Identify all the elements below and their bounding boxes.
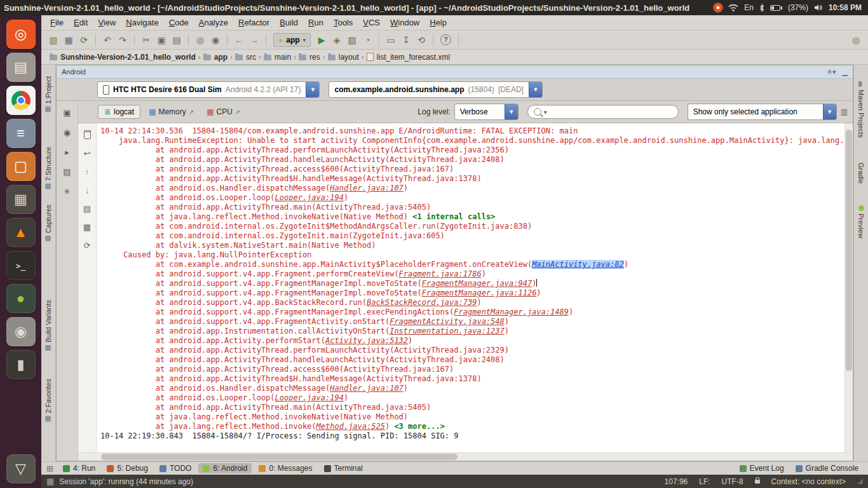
launcher-media-player[interactable]: ▮: [6, 350, 36, 379]
status-grid-icon[interactable]: ▦: [46, 477, 54, 486]
toolwindow-switcher-icon[interactable]: ⊞: [46, 464, 53, 473]
tool-button-maven-projects[interactable]: mMaven Projects: [857, 81, 865, 137]
open-icon[interactable]: ▥: [46, 33, 60, 47]
stacktrace-link[interactable]: Method.java:525: [316, 422, 385, 431]
forward-icon[interactable]: →: [247, 33, 261, 47]
encoding-indicator[interactable]: UTF-8: [722, 477, 743, 486]
launcher-files[interactable]: ▤: [6, 53, 36, 82]
tab-memory[interactable]: ▦ Memory ↗: [144, 107, 198, 116]
toolbar-search-icon[interactable]: ◎: [849, 33, 863, 47]
cpu-monitor-arrow-icon[interactable]: ↗: [235, 109, 240, 116]
stacktrace-link[interactable]: FragmentManager.java:1126: [422, 288, 537, 297]
menu-navigate[interactable]: Navigate: [121, 18, 163, 27]
tool-button-captures[interactable]: Captures: [44, 205, 52, 241]
breadcrumb-item-layout[interactable]: layout: [326, 53, 361, 62]
breadcrumb-item-sunshine-version-2-1.01_hello_world[interactable]: Sunshine-Version-2-1.01_hello_world: [48, 53, 198, 62]
replace-icon[interactable]: ◉: [208, 33, 222, 47]
resize-grip[interactable]: [857, 478, 863, 484]
stacktrace-link[interactable]: Fragment.java:1786: [399, 269, 482, 278]
process-selector[interactable]: com.example.android.sunshine.app (15804)…: [329, 81, 542, 98]
menu-help[interactable]: Help: [424, 18, 452, 27]
toolwindow-android[interactable]: 6: Android: [198, 463, 252, 473]
menu-run[interactable]: Run: [303, 18, 329, 27]
screen-record-icon[interactable]: ▸: [62, 147, 72, 157]
breadcrumb-item-src[interactable]: src: [233, 53, 258, 62]
console-view-icon[interactable]: ▤: [82, 203, 92, 214]
gradle-sync-icon[interactable]: ⟲: [414, 33, 428, 47]
horizontal-scrollbar-thumb[interactable]: [101, 454, 458, 460]
sdk-icon[interactable]: ↧: [399, 33, 413, 47]
menu-tools[interactable]: Tools: [329, 18, 358, 27]
log-level-selector[interactable]: Verbose ▼: [454, 104, 519, 120]
stacktrace-link[interactable]: FragmentManager.java:947: [422, 279, 532, 288]
log-level-arrow-icon[interactable]: ▼: [505, 104, 518, 119]
restart-logcat-icon[interactable]: ⟳: [82, 240, 92, 250]
breadcrumb-item-list_item_forecast.xml[interactable]: list_item_forecast.xml: [365, 53, 452, 62]
toolwindow-messages[interactable]: 0: Messages: [254, 463, 316, 473]
soft-wrap-icon[interactable]: ↩: [82, 148, 92, 158]
clear-logcat-icon[interactable]: [82, 130, 92, 140]
keyboard-layout-indicator[interactable]: En: [744, 3, 754, 12]
profile-icon[interactable]: ◔: [360, 33, 374, 47]
back-icon[interactable]: ←: [232, 33, 246, 47]
tool-button-structure[interactable]: 7:Structure: [44, 147, 52, 189]
toolwindow-todo[interactable]: TODO: [155, 463, 196, 473]
clock[interactable]: 10:58 PM: [829, 3, 862, 12]
undo-icon[interactable]: ↶: [100, 33, 114, 47]
menu-vcs[interactable]: VCS: [358, 18, 385, 27]
tool-button-gradle[interactable]: Gradle: [857, 163, 865, 184]
stacktrace-link[interactable]: FragmentManager.java:1489: [454, 308, 569, 316]
find-icon[interactable]: ◎: [193, 33, 207, 47]
menu-refactor[interactable]: Refactor: [233, 18, 275, 27]
logcat-filter-selector[interactable]: Show only selected application ▼: [688, 104, 837, 120]
device-selector[interactable]: HTC HTC Desire 616 Dual Sim Android 4.2.…: [97, 81, 320, 98]
launcher-terminal[interactable]: >_: [6, 251, 36, 280]
vertical-scrollbar[interactable]: [844, 123, 853, 452]
launcher-software[interactable]: ▦: [6, 185, 36, 214]
stacktrace-link[interactable]: Handler.java:107: [330, 184, 403, 193]
ubuntu-menu-icon[interactable]: [714, 3, 722, 12]
horizontal-scrollbar[interactable]: [78, 452, 853, 461]
search-history-arrow-icon[interactable]: ▾: [544, 109, 547, 116]
toolwindow-debug[interactable]: 5: Debug: [102, 463, 153, 473]
battery-icon[interactable]: [770, 5, 782, 11]
search-input[interactable]: [550, 107, 672, 117]
stacktrace-link[interactable]: Handler.java:107: [330, 384, 403, 393]
launcher-ubuntu[interactable]: ◎: [6, 20, 36, 49]
stacktrace-link[interactable]: MainActivity.java:82: [532, 260, 624, 269]
gear-icon[interactable]: ✳▾: [827, 68, 836, 76]
memory-monitor-arrow-icon[interactable]: ↗: [189, 109, 194, 116]
print-icon[interactable]: ▦: [82, 222, 92, 232]
menu-view[interactable]: View: [93, 18, 121, 27]
launcher-text-editor[interactable]: ≡: [6, 119, 36, 148]
tool-button-build-variants[interactable]: Build Variants: [44, 300, 52, 351]
save-icon[interactable]: ▦: [62, 33, 76, 47]
toolwindow-gradle-console[interactable]: Gradle Console: [791, 463, 863, 473]
logcat-output[interactable]: 10-14 22:14:30.536 15804-15804/com.examp…: [97, 123, 844, 452]
run-configuration-selector[interactable]: ●app▾: [273, 33, 311, 47]
device-view-icon[interactable]: ▣: [62, 107, 72, 118]
bluetooth-icon[interactable]: [759, 4, 764, 12]
logcat-filter-arrow-icon[interactable]: ▼: [823, 104, 836, 119]
tool-button-favorites[interactable]: 2:Favorites: [44, 379, 52, 421]
stacktrace-link[interactable]: FragmentActivity.java:548: [390, 317, 505, 326]
lock-icon[interactable]: [755, 480, 760, 484]
hide-icon[interactable]: ▁: [843, 68, 848, 76]
help-icon[interactable]: ?: [440, 34, 451, 45]
menu-window[interactable]: Window: [385, 18, 424, 27]
toolwindow-event-log[interactable]: Event Log: [735, 463, 789, 473]
menu-code[interactable]: Code: [164, 18, 194, 27]
stacktrace-link[interactable]: Looper.java:194: [275, 193, 344, 202]
copy-icon[interactable]: ▣: [154, 33, 168, 47]
scroll-down-icon[interactable]: ↓: [82, 185, 92, 195]
context-indicator[interactable]: Context: <no context>: [771, 477, 846, 486]
line-separator-indicator[interactable]: LF:: [699, 477, 710, 486]
avd-icon[interactable]: ▭: [384, 33, 398, 47]
run-icon[interactable]: ▶: [315, 33, 329, 47]
redo-icon[interactable]: ↷: [116, 33, 130, 47]
launcher-disks[interactable]: ◉: [6, 317, 36, 346]
tab-logcat[interactable]: ≣ logcat: [98, 105, 140, 119]
launcher-vlc[interactable]: ▲: [6, 218, 36, 247]
stacktrace-link[interactable]: Instrumentation.java:1237: [390, 327, 505, 336]
scroll-up-icon[interactable]: ↑: [82, 166, 92, 177]
